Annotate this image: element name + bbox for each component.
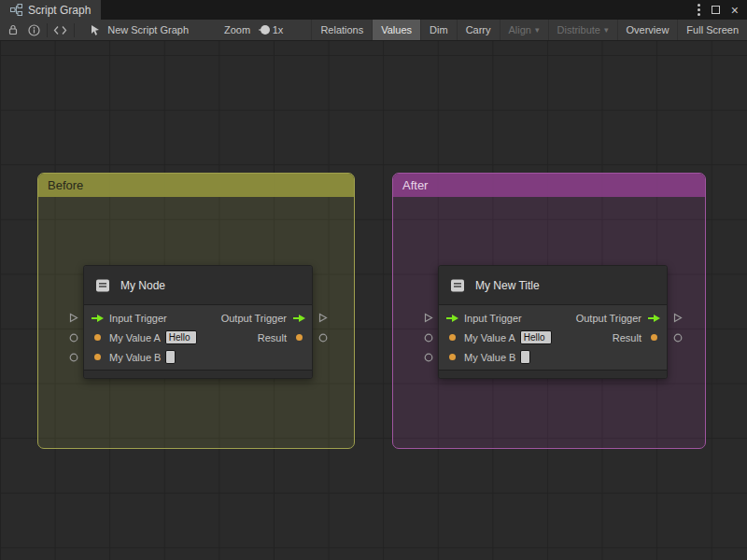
circle-outline-icon[interactable] [422,328,434,347]
green-arrow-icon [291,314,306,323]
node-footer [439,370,667,378]
triangle-outline-icon[interactable] [671,308,684,328]
node-title: My New Title [475,279,540,292]
align-button[interactable]: Align ▾ [500,20,548,40]
outer-output-ports [317,308,329,347]
port-label: My Value B [464,352,515,363]
node-title: My Node [120,279,165,292]
circle-outline-icon[interactable] [67,328,79,347]
outer-input-ports [422,308,434,367]
kebab-menu-icon[interactable] [698,4,700,16]
code-icon[interactable] [53,25,67,35]
outer-output-ports [671,308,684,347]
group-header[interactable]: Before [38,174,354,197]
port-row-value-a: My Value A Result [84,328,312,347]
group-header[interactable]: After [393,174,705,197]
green-arrow-icon [444,314,459,323]
node-header[interactable]: My Node [84,266,312,305]
graph-canvas[interactable]: Before [0,41,747,560]
zoom-slider-handle[interactable] [261,25,270,35]
graph-icon [10,4,22,16]
outer-input-ports [67,308,79,367]
port-label: My Value A [464,332,515,343]
input-trigger-port[interactable]: Input Trigger [444,313,522,324]
lock-icon[interactable] [7,24,19,35]
triangle-outline-icon[interactable] [67,308,79,328]
distribute-button[interactable]: Distribute ▾ [548,20,617,40]
result-port[interactable]: Result [258,332,306,343]
orange-dot-icon [90,334,105,341]
node-my-new-title[interactable]: My New Title Input Trigger Output Trigge… [438,265,668,379]
fullscreen-button[interactable]: Full Screen [677,20,747,40]
node-body: Input Trigger Output Trigger My Value A [439,305,667,370]
zoom-slider[interactable] [259,29,267,31]
value-a-port[interactable]: My Value A [444,330,552,344]
circle-outline-icon[interactable] [671,328,684,347]
input-trigger-port[interactable]: Input Trigger [90,313,167,324]
orange-dot-icon [646,334,661,341]
carry-button[interactable]: Carry [457,20,500,40]
orange-dot-icon [444,334,459,341]
toolbar-button-group: Relations Values Dim Carry Align ▾ Distr… [311,20,747,40]
port-label: Result [258,332,287,343]
tab-title: Script Graph [28,4,91,17]
window-controls: × [698,0,747,20]
value-a-field[interactable] [165,330,197,344]
circle-outline-icon[interactable] [317,328,329,347]
port-row-value-b: My Value B [439,347,667,367]
chevron-down-icon: ▾ [604,25,609,35]
group-title: After [402,178,428,192]
zoom-value: 1x [273,24,284,35]
port-label: My Value A [109,332,161,343]
output-trigger-port[interactable]: Output Trigger [221,313,306,324]
node-footer [84,370,312,378]
window-tab-bar: Script Graph × [0,0,747,20]
zoom-label: Zoom [224,24,250,35]
port-label: Output Trigger [576,313,641,324]
port-row-trigger: Input Trigger Output Trigger [439,308,667,328]
port-label: Input Trigger [109,313,167,324]
green-arrow-icon [646,314,661,323]
orange-dot-icon [444,354,459,360]
values-button[interactable]: Values [372,20,420,40]
orange-dot-icon [90,354,105,360]
orange-dot-icon [291,334,306,341]
port-label: Input Trigger [464,313,522,324]
value-b-field[interactable] [520,350,530,364]
node-my-node[interactable]: My Node Input Trigger Output Trigger [83,265,313,379]
chevron-down-icon: ▾ [535,25,540,35]
value-b-port[interactable]: My Value B [90,350,176,364]
overview-button[interactable]: Overview [617,20,678,40]
port-row-value-b: My Value B [84,347,312,367]
dim-button[interactable]: Dim [420,20,457,40]
relations-button[interactable]: Relations [311,20,372,40]
value-a-port[interactable]: My Value A [90,330,197,344]
port-label: Result [613,332,641,343]
maximize-icon[interactable] [712,6,720,14]
unit-icon [448,277,467,294]
close-icon[interactable]: × [731,4,739,17]
value-b-field[interactable] [165,350,176,364]
node-header[interactable]: My New Title [439,266,667,305]
port-row-trigger: Input Trigger Output Trigger [84,308,312,328]
value-a-field[interactable] [520,330,552,344]
unit-icon [93,277,112,294]
tab-script-graph[interactable]: Script Graph [0,0,101,20]
circle-outline-icon[interactable] [422,347,434,367]
circle-outline-icon[interactable] [67,347,79,367]
port-row-value-a: My Value A Result [439,328,667,347]
tab-bar-spacer [101,0,697,20]
value-b-port[interactable]: My Value B [444,350,530,364]
port-label: Output Trigger [221,313,287,324]
info-icon[interactable] [28,24,40,36]
port-label: My Value B [109,352,161,363]
graph-toolbar: New Script Graph Zoom 1x Relations Value… [0,20,747,41]
group-after[interactable]: After [392,173,706,449]
pointer-icon [90,24,102,36]
triangle-outline-icon[interactable] [422,308,434,328]
graph-name-label[interactable]: New Script Graph [107,24,189,35]
group-before[interactable]: Before [37,173,355,449]
result-port[interactable]: Result [613,332,661,343]
triangle-outline-icon[interactable] [317,308,329,328]
output-trigger-port[interactable]: Output Trigger [576,313,661,324]
